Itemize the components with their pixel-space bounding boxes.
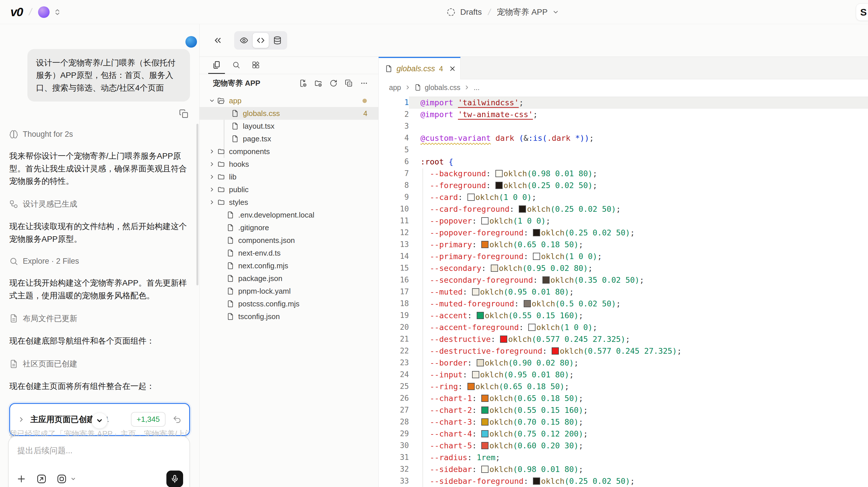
code-line-28[interactable]: 28 --chart-3: oklch(0.70 0.15 80); [379,416,868,428]
code-line-24[interactable]: 24 --input: oklch(0.95 0.01 80); [379,369,868,381]
tab-files[interactable] [208,57,225,74]
tab-search[interactable] [228,57,245,74]
color-swatch[interactable] [481,217,489,224]
tree-item-hooks[interactable]: hooks [199,158,378,171]
code-line-31[interactable]: 31 --radius: 1rem; [379,452,868,463]
tool-status-row[interactable]: Thought for 2s [9,130,190,139]
header-action-button[interactable]: S [856,3,868,21]
editor-tab-globals-css[interactable]: globals.css 4 [379,57,461,79]
color-swatch[interactable] [500,336,507,343]
breadcrumb-symbol[interactable]: ... [473,83,479,92]
tree-item-postcss.config.mjs[interactable]: postcss.config.mjs [199,298,378,310]
code-line-32[interactable]: 32 --sidebar: oklch(0.98 0.01 80); [379,463,868,475]
color-swatch[interactable] [481,418,489,426]
code-line-9[interactable]: 9 --card: oklch(1 0 0); [379,191,868,203]
color-swatch[interactable] [542,276,550,283]
scroll-to-bottom-button[interactable] [91,413,107,429]
code-line-3[interactable]: 3 [379,120,868,132]
code-line-25[interactable]: 25 --ring: oklch(0.65 0.18 50); [379,381,868,392]
send-icon[interactable] [36,474,47,484]
workspace-avatar[interactable] [38,6,50,18]
tree-item-page.tsx[interactable]: page.tsx [199,132,378,145]
color-swatch[interactable] [528,324,535,331]
code-line-14[interactable]: 14 --primary-foreground: oklch(1 0 0); [379,250,868,262]
code-line-11[interactable]: 11 --popover: oklch(1 0 0); [379,215,868,227]
breadcrumb-drafts[interactable]: Drafts [460,7,482,17]
tree-item-.gitignore[interactable]: .gitignore [199,221,378,234]
tree-item-.env.development.local[interactable]: .env.development.local [199,209,378,221]
code-line-27[interactable]: 27 --chart-2: oklch(0.55 0.15 160); [379,404,868,416]
tree-item-globals.css[interactable]: globals.css4 [199,107,378,120]
color-swatch[interactable] [481,241,489,248]
close-icon[interactable] [449,65,456,72]
color-swatch[interactable] [552,347,559,355]
tree-item-next-env.d.ts[interactable]: next-env.d.ts [199,247,378,260]
color-swatch[interactable] [533,478,540,485]
code-line-18[interactable]: 18 --muted-foreground: oklch(0.5 0.02 50… [379,298,868,310]
code-line-19[interactable]: 19 --accent: oklch(0.55 0.15 160); [379,310,868,322]
new-file-icon[interactable] [299,79,307,87]
code-line-29[interactable]: 29 --chart-4: oklch(0.75 0.12 200); [379,428,868,440]
tree-item-public[interactable]: public [199,183,378,196]
tree-item-lib[interactable]: lib [199,171,378,183]
tree-item-components.json[interactable]: components.json [199,234,378,247]
tree-item-components[interactable]: components [199,145,378,158]
tool-status-row[interactable]: Explore · 2 Files [9,257,190,266]
color-swatch[interactable] [467,383,475,390]
breadcrumb-file[interactable]: globals.css [425,83,461,92]
workspace-switcher-icon[interactable] [54,8,61,17]
code-line-13[interactable]: 13 --primary: oklch(0.65 0.18 50); [379,239,868,250]
code-line-5[interactable]: 5 [379,144,868,156]
code-line-12[interactable]: 12 --popover-foreground: oklch(0.25 0.02… [379,227,868,239]
chevron-down-icon[interactable] [552,9,559,16]
microphone-button[interactable] [166,470,183,487]
code-line-17[interactable]: 17 --muted: oklch(0.95 0.01 80); [379,286,868,298]
chat-scrollbar[interactable] [196,124,198,285]
code-line-16[interactable]: 16 --secondary-foreground: oklch(0.35 0.… [379,274,868,286]
code-line-1[interactable]: 1@import 'tailwindcss'; [379,97,868,109]
color-swatch[interactable] [495,182,503,189]
apps-icon[interactable] [57,474,67,484]
code-line-33[interactable]: 33 --sidebar-foreground: oklch(0.25 0.02… [379,475,868,487]
more-icon[interactable] [360,79,368,87]
color-swatch[interactable] [477,312,484,319]
collapse-panel-icon[interactable] [213,35,223,45]
collapse-all-icon[interactable] [345,79,353,87]
refresh-icon[interactable] [330,79,337,87]
tool-status-row[interactable]: 社区页面已创建 [9,359,190,369]
color-swatch[interactable] [533,253,540,260]
breadcrumb-project-name[interactable]: 宠物寄养 APP [497,7,548,18]
color-swatch[interactable] [481,442,489,449]
code-line-21[interactable]: 21 --destructive: oklch(0.577 0.245 27.3… [379,333,868,345]
tab-blocks[interactable] [247,57,264,74]
chevron-down-icon[interactable] [70,476,76,482]
tree-item-tsconfig.json[interactable]: tsconfig.json [199,310,378,323]
breadcrumb-app[interactable]: app [389,83,401,92]
code-line-8[interactable]: 8 --foreground: oklch(0.25 0.02 50); [379,179,868,191]
tool-status-row[interactable]: 布局文件已更新 [9,313,190,324]
code-line-26[interactable]: 26 --chart-1: oklch(0.65 0.18 50); [379,392,868,404]
copy-icon[interactable] [179,109,188,118]
color-swatch[interactable] [491,265,498,272]
restore-icon[interactable] [173,415,182,424]
color-swatch[interactable] [481,430,489,437]
color-swatch[interactable] [472,371,479,378]
preview-toggle[interactable] [236,33,252,48]
color-swatch[interactable] [481,466,489,473]
tree-item-package.json[interactable]: package.json [199,272,378,285]
code-line-7[interactable]: 7 --background: oklch(0.98 0.01 80); [379,168,868,179]
tree-item-layout.tsx[interactable]: layout.tsx [199,120,378,132]
data-toggle[interactable] [269,33,285,48]
tool-status-row[interactable]: 设计灵感已生成 [9,199,190,209]
tree-item-next.config.mjs[interactable]: next.config.mjs [199,260,378,272]
code-line-15[interactable]: 15 --secondary: oklch(0.95 0.02 80); [379,262,868,274]
code-line-2[interactable]: 2@import 'tw-animate-css'; [379,109,868,120]
code-line-23[interactable]: 23 --border: oklch(0.90 0.02 80); [379,357,868,369]
color-swatch[interactable] [481,395,489,402]
color-swatch[interactable] [467,193,475,201]
code-line-22[interactable]: 22 --destructive-foreground: oklch(0.577… [379,345,868,357]
code-line-30[interactable]: 30 --chart-5: oklch(0.60 0.20 30); [379,440,868,452]
code-line-4[interactable]: 4@custom-variant dark (&:is(.dark *)); [379,132,868,144]
color-swatch[interactable] [519,206,526,213]
tree-item-app[interactable]: app [199,94,378,107]
